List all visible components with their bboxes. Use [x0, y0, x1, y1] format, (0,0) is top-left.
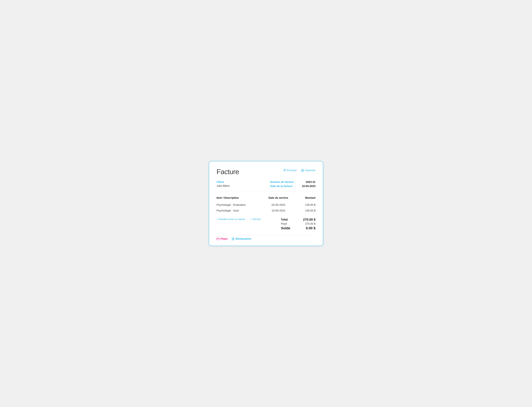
claim-button[interactable]: Réclamation [232, 237, 251, 240]
row-date-1: 03-05-2023 [266, 203, 291, 206]
client-label: Client [217, 180, 270, 184]
invoice-date-row: Date de la facture 10-05-2023 [270, 185, 315, 188]
items-table: Item / Description Date du service Monta… [217, 196, 315, 213]
invoice-number-value: 2023-31 [299, 180, 315, 184]
send-icon [283, 169, 286, 172]
total-value: 270.00 $ [303, 218, 315, 221]
svg-rect-3 [217, 238, 219, 240]
row-description-1: Psychologie - Évaluation [217, 203, 266, 206]
add-totals-row: + Rendez-vous ou classe + Service Total … [217, 218, 315, 230]
table-header: Item / Description Date du service Monta… [217, 196, 315, 201]
invoice-card: Facture Envoyer Imprimer Client [209, 161, 323, 246]
add-service-button[interactable]: + Service [250, 218, 261, 221]
client-block: Client Julie Albert [217, 180, 270, 188]
table-row: Psychologie - Évaluation 03-05-2023 135.… [217, 202, 315, 208]
pay-icon [217, 237, 219, 240]
invoice-number-label: Numéro de facture [270, 180, 294, 184]
row-date-2: 10-05-2023 [266, 209, 291, 212]
total-row: Total 270.00 $ [281, 218, 315, 221]
page-title: Facture [217, 168, 239, 176]
footer-section: Payer Réclamation [217, 235, 315, 240]
info-section: Client Julie Albert Numéro de facture 20… [217, 180, 315, 191]
row-amount-1: 135.00 $ [291, 203, 315, 206]
add-buttons: + Rendez-vous ou classe + Service [217, 218, 261, 221]
paid-row: Payé 270.00 $ [281, 222, 315, 225]
paid-value: 270.00 $ [305, 222, 315, 225]
balance-label: Solde [281, 226, 290, 230]
print-icon [301, 169, 304, 172]
totals-block: Total 270.00 $ Payé 270.00 $ Solde 0.00 … [281, 218, 315, 230]
invoice-date-value: 10-05-2023 [299, 185, 315, 188]
col-header-date: Date du service [266, 196, 291, 199]
claim-icon [232, 237, 235, 240]
print-button[interactable]: Imprimer [301, 169, 315, 172]
table-row: Psychologie - Suivi 10-05-2023 135.00 $ [217, 208, 315, 213]
invoice-header: Facture Envoyer Imprimer [217, 168, 315, 176]
add-appointment-button[interactable]: + Rendez-vous ou classe [217, 218, 245, 221]
balance-row: Solde 0.00 $ [281, 226, 315, 230]
row-description-2: Psychologie - Suivi [217, 209, 266, 212]
invoice-date-label: Date de la facture [270, 185, 292, 188]
send-button[interactable]: Envoyer [283, 169, 297, 172]
svg-rect-2 [302, 171, 303, 172]
invoice-number-row: Numéro de facture 2023-31 [270, 180, 315, 184]
row-amount-2: 135.00 $ [291, 209, 315, 212]
col-header-description: Item / Description [217, 196, 266, 199]
header-actions: Envoyer Imprimer [283, 169, 315, 172]
paid-label: Payé [281, 222, 287, 225]
client-name: Julie Albert [217, 184, 270, 188]
pay-button[interactable]: Payer [217, 237, 228, 240]
balance-value: 0.00 $ [306, 226, 315, 230]
total-label: Total [281, 218, 288, 221]
col-header-amount: Montant [291, 196, 315, 199]
invoice-details: Numéro de facture 2023-31 Date de la fac… [270, 180, 315, 188]
